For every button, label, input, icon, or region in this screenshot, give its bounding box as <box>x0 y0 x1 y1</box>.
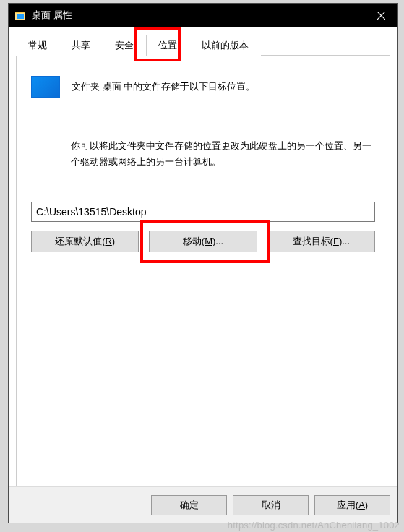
close-icon <box>377 12 385 20</box>
tab-security[interactable]: 安全 <box>103 35 146 56</box>
info-text: 你可以将此文件夹中文件存储的位置更改为此硬盘上的另一个位置、另一个驱动器或网络上… <box>31 138 375 170</box>
explorer-icon <box>14 9 26 21</box>
ok-button[interactable]: 确定 <box>151 495 227 515</box>
dialog-footer: 确定 取消 应用(A) <box>9 486 397 523</box>
description-row: 文件夹 桌面 中的文件存储于以下目标位置。 <box>31 76 375 98</box>
tab-general[interactable]: 常规 <box>16 35 59 56</box>
properties-dialog: 桌面 属性 常规 共享 安全 位置 以前的版本 文件夹 桌面 中的文件存储于以下… <box>8 3 398 523</box>
tabs: 常规 共享 安全 位置 以前的版本 <box>16 34 390 56</box>
tab-panel-location: 文件夹 桌面 中的文件存储于以下目标位置。 你可以将此文件夹中文件存储的位置更改… <box>16 55 390 486</box>
restore-default-button[interactable]: 还原默认值(R) <box>31 231 139 252</box>
svg-rect-3 <box>17 14 24 19</box>
close-button[interactable] <box>364 4 397 27</box>
move-button[interactable]: 移动(M)... <box>149 231 257 252</box>
desktop-icon <box>31 76 60 98</box>
apply-button[interactable]: 应用(A) <box>314 495 390 515</box>
tab-previous[interactable]: 以前的版本 <box>189 35 261 56</box>
tab-location[interactable]: 位置 <box>146 35 189 56</box>
path-input[interactable] <box>31 202 375 222</box>
find-target-button[interactable]: 查找目标(F)... <box>267 231 375 252</box>
tab-sharing[interactable]: 共享 <box>59 35 103 56</box>
description-text: 文件夹 桌面 中的文件存储于以下目标位置。 <box>72 80 255 93</box>
titlebar: 桌面 属性 <box>9 4 397 27</box>
action-button-row: 还原默认值(R) 移动(M)... 查找目标(F)... <box>31 231 375 252</box>
content-area: 常规 共享 安全 位置 以前的版本 文件夹 桌面 中的文件存储于以下目标位置。 … <box>9 27 397 486</box>
window-title: 桌面 属性 <box>32 9 364 22</box>
cancel-button[interactable]: 取消 <box>233 495 309 515</box>
